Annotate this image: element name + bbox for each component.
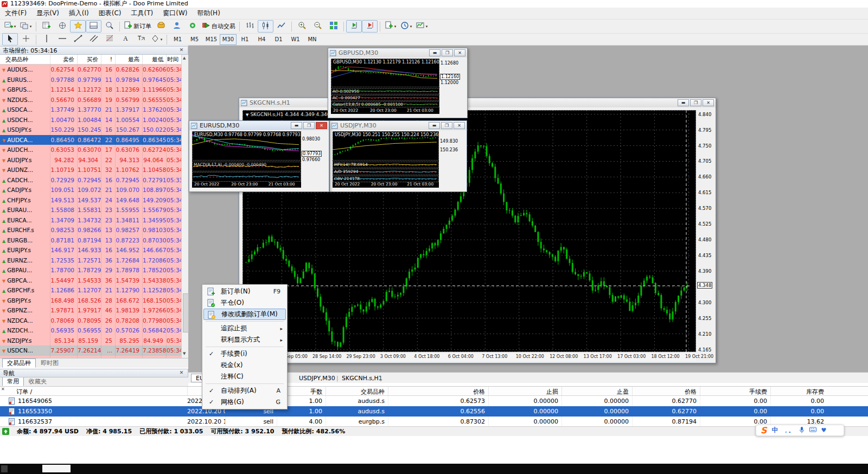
tile-windows-button[interactable] [326,20,341,33]
timeframe-m30[interactable]: M30 [220,34,237,45]
restore-icon[interactable]: ❐ [690,99,701,106]
context-menu-item-4[interactable]: 追踪止损▸ [203,323,286,334]
menu-item-5[interactable]: 窗口(W) [158,7,192,20]
order-row[interactable]: 1165490652022.10.20 07:11.00audusd.s0.62… [0,396,868,407]
market-watch-row[interactable]: ▲EURCA...1.347091.34732231.348111.345950… [0,215,181,226]
market-watch-row[interactable]: ▼NZDCA...0.780690.78095260.782080.779800… [0,316,181,326]
ime-chinese-mode[interactable]: 中 [772,426,778,435]
timeframe-w1[interactable]: W1 [287,34,304,45]
channel-button[interactable] [86,33,101,46]
market-watch-row[interactable]: ▲CADCH...0.729290.72945160.729450.727910… [0,175,181,185]
auto-trading-button[interactable]: 自动交易 [200,20,237,33]
community-button[interactable] [169,20,184,33]
chart-window-eurusd-price-scale[interactable]: 0.980300.977930.97660 [302,131,326,188]
periods-button[interactable]: ▾ [398,20,414,33]
chart-window-eurusd-titlebar[interactable]: EURUSD,M30▬❐✕ [189,121,329,130]
market-watch-row[interactable]: ▲EURJPY.s146.917146.93316146.952146.6670… [0,245,181,255]
timeframe-m15[interactable]: M15 [203,34,220,45]
market-watch-row[interactable]: ▲EURUS...0.977880.97799110.978940.976450… [0,75,181,85]
chart-tab-skgcnh[interactable]: SKGCNH.s,H1 [342,375,382,382]
terminal-column-9[interactable]: 手续费 [700,387,770,395]
strategy-tester-button[interactable] [101,20,117,33]
menu-item-6[interactable]: 帮助(H) [192,7,225,20]
context-menu-item-7[interactable]: ✓手续费(i) [203,348,286,360]
close-icon[interactable]: ✕ [454,49,465,56]
scroll-down-icon[interactable]: ▼ [183,351,186,356]
scroll-up-icon[interactable]: ▲ [183,56,186,60]
market-watch-row[interactable]: ▼GBPCA...1.544971.54533361.547391.543380… [0,276,181,286]
data-window-button[interactable] [54,20,70,33]
zoom-in-button[interactable] [294,20,310,33]
market-watch-column-2[interactable]: 买价 [77,55,101,64]
terminal-column-5[interactable]: 价格 [388,387,488,395]
market-watch-column-4[interactable]: 最高 [115,55,142,64]
market-watch-row[interactable]: ▲CHFJPY.s149.513149.53724149.648149.2090… [0,195,181,206]
chart-window-gbpusd-plot[interactable]: AO 0.002956AC -0.000427Gator(13,8,5) 0.0… [331,59,439,114]
line-chart-button[interactable] [273,20,289,33]
close-icon[interactable]: ✕ [703,99,714,106]
timeframe-m1[interactable]: M1 [169,34,186,45]
timeframe-mn[interactable]: MN [304,34,321,45]
new-order-button[interactable]: 新订单 [122,20,153,33]
crosshair-button[interactable] [18,33,34,46]
keyboard-icon[interactable] [809,427,816,434]
market-watch-column-0[interactable]: 交易品种 [0,55,50,64]
timeframe-h4[interactable]: H4 [253,34,270,45]
terminal-column-0[interactable]: 订单 / [0,387,187,395]
terminal-button[interactable] [86,20,101,33]
context-menu-item-2[interactable]: 修改或删除订单(M) [203,309,286,320]
context-menu-item-0[interactable]: 新订单(N)F9 [203,286,286,297]
market-watch-row[interactable]: ▼USDCN...7.259077.26214...7.264197.23858… [0,345,181,356]
market-watch-row[interactable]: ▲USDJPY.s150.229150.24516150.267150.0220… [0,125,181,135]
terminal-column-4[interactable]: 交易品种 [326,387,388,395]
menu-item-4[interactable]: 工具(T) [126,7,158,20]
favorites-heart-icon[interactable]: ♥ [821,427,827,434]
chart-window-gbpusd-titlebar[interactable]: GBPUSD,M30▬❐✕ [328,48,467,57]
restore-icon[interactable]: ❐ [442,49,453,56]
market-watch-column-1[interactable]: 卖价 [50,55,77,64]
market-watch-scrollbar[interactable]: ▲▼ [181,55,188,358]
terminal-column-10[interactable]: 库存费 [770,387,827,395]
minimize-icon[interactable]: ▬ [429,122,440,129]
fibonacci-button[interactable] [101,33,117,46]
chart-window-skgcnh-titlebar[interactable]: SKGCNH.s,H1▬❐✕ [239,98,716,107]
navigator-button[interactable] [70,20,86,33]
horizontal-line-button[interactable] [54,33,70,46]
market-watch-row[interactable]: ▼AUDJPY.s94.28294.3042294.31394.06405:34… [0,155,181,165]
minimize-icon[interactable]: ▬ [678,99,689,106]
chart-window-usdjpy-titlebar[interactable]: USDJPY,M30▬❐✕ [330,121,467,130]
market-watch-row[interactable]: ▼NZDUS...0.566700.56689190.567990.565550… [0,95,181,105]
timeframe-h1[interactable]: H1 [237,34,253,45]
context-menu-item-11[interactable]: ✓自动排列(A)A [203,385,286,396]
chart-window-usdjpy[interactable]: USDJPY,M30▬❐✕MFI(14) 78.6914A/D 359294OB… [329,120,467,192]
menu-item-0[interactable]: 文件(F) [0,7,31,20]
ime-punctuation[interactable]: ，。 [783,427,794,434]
profiles-button[interactable]: ▾ [18,20,34,33]
label-button[interactable]: T [133,33,149,46]
text-button[interactable]: A [117,33,133,46]
candlestick-button[interactable] [258,20,273,33]
navigator-tab-0[interactable]: 常用 [2,377,24,386]
timeframe-m5[interactable]: M5 [186,34,203,45]
context-menu-item-9[interactable]: 注释(C) [203,371,286,382]
cursor-button[interactable] [2,33,18,46]
auto-scroll-button[interactable] [346,20,362,33]
market-watch-row[interactable]: ▼GBPJPY.s168.498168.52628168.672168.1500… [0,296,181,306]
market-watch-row[interactable]: ▼GBPUS...1.121541.12172181.123691.119660… [0,85,181,95]
restore-icon[interactable]: ❐ [441,122,452,129]
history-center-button[interactable] [153,20,169,33]
market-watch-row[interactable]: ▼GBPNZ...1.978711.97917461.981391.972660… [0,305,181,316]
market-watch-row[interactable]: ▼NZDJPY.s85.13485.1592585.29584.94905:34… [0,336,181,346]
chart-window-usdjpy-price-scale[interactable]: 150.236149.830 [439,131,463,188]
market-watch-tab-0[interactable]: 交易品种 [2,358,36,368]
minimize-icon[interactable]: ▬ [429,49,441,56]
zoom-out-button[interactable] [310,20,326,33]
market-watch-button[interactable] [39,20,54,33]
alerts-button[interactable] [184,20,200,33]
ime-bar[interactable]: S中，。♥ [756,425,844,436]
market-watch-row[interactable]: ▲CADJPY.s109.051109.07221109.070108.8970… [0,185,181,195]
chart-window-eurusd-plot[interactable]: MACD(8,17,9) -0.000400 -0.000490EURUSD,M… [192,131,301,188]
market-watch-row[interactable]: ▲USDCH...1.004701.00484141.005541.002400… [0,115,181,125]
chart-window-usdjpy-plot[interactable]: MFI(14) 78.6914A/D 359294OBV 214178USDJP… [333,131,439,188]
menu-item-1[interactable]: 显示(V) [31,7,64,20]
